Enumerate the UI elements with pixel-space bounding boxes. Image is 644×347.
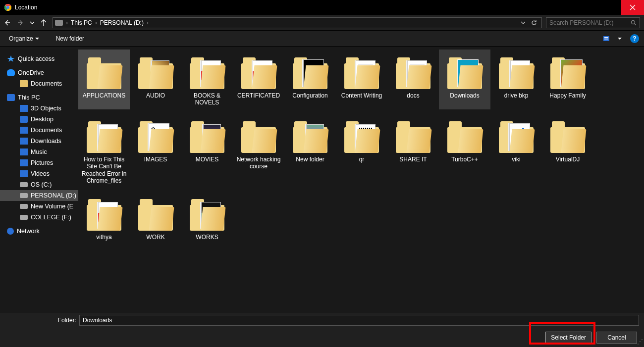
- breadcrumb-drive[interactable]: PERSONAL (D:): [98, 19, 146, 26]
- address-bar[interactable]: › This PC › PERSONAL (D:) ›: [53, 17, 542, 28]
- sidebar-label: OS (C:): [31, 181, 52, 188]
- sidebar-item-downloads[interactable]: Downloads: [0, 136, 78, 147]
- folder-label: Network hacking course: [234, 156, 283, 170]
- folder-item[interactable]: MOVIES: [181, 113, 233, 188]
- folder-name-input[interactable]: [79, 315, 639, 326]
- arrow-left-icon: [3, 19, 10, 26]
- folder-item[interactable]: PDFBOOKS & NOVELS: [181, 50, 233, 109]
- folder-item[interactable]: WORK: [130, 191, 181, 244]
- folder-item[interactable]: Happy Family: [542, 50, 593, 109]
- select-folder-button[interactable]: Select Folder: [545, 332, 591, 344]
- folder-item[interactable]: IMAGES: [130, 113, 181, 188]
- drive-icon: [20, 215, 28, 220]
- up-button[interactable]: [37, 15, 51, 30]
- folder-item[interactable]: Downloads: [439, 50, 490, 109]
- view-icon: [603, 35, 613, 42]
- folder-label: New folder: [296, 156, 324, 163]
- folder-item[interactable]: docs: [387, 50, 439, 109]
- folder-item[interactable]: PDFvithya: [78, 191, 130, 244]
- folder-item[interactable]: TurboC++: [439, 113, 490, 188]
- desktop-icon: [20, 116, 28, 123]
- sidebar-label: PERSONAL (D:): [31, 192, 76, 199]
- sidebar-item-personal-d[interactable]: PERSONAL (D:): [0, 190, 78, 201]
- folder-thumbnail: [445, 51, 484, 91]
- sidebar-label: New Volume (E: [31, 203, 73, 210]
- folder-item[interactable]: APPLICATIONS: [78, 50, 130, 109]
- folder-item[interactable]: Content Writing: [336, 50, 387, 109]
- breadcrumb-this-pc[interactable]: This PC: [69, 19, 94, 26]
- folder-item[interactable]: viki: [490, 113, 542, 188]
- view-dropdown-button[interactable]: [616, 34, 623, 44]
- folder-item[interactable]: SHARE IT: [387, 113, 439, 188]
- back-button[interactable]: [0, 15, 14, 30]
- nav-bar: › This PC › PERSONAL (D:) ›: [0, 15, 644, 31]
- sidebar-item-pictures[interactable]: Pictures: [0, 157, 78, 168]
- sidebar-item-music[interactable]: Music: [0, 147, 78, 157]
- sidebar-item-os-c[interactable]: OS (C:): [0, 179, 78, 190]
- new-folder-button[interactable]: New folder: [52, 33, 88, 44]
- forward-button[interactable]: [14, 15, 28, 30]
- folder-label: Content Writing: [341, 92, 382, 99]
- sidebar-item-new-volume-e[interactable]: New Volume (E: [0, 201, 78, 212]
- folder-thumbnail: [136, 193, 175, 233]
- folder-item[interactable]: VirtualDJ: [542, 113, 593, 188]
- cancel-button[interactable]: Cancel: [596, 332, 637, 344]
- sidebar-item-onedrive[interactable]: OneDrive: [0, 67, 78, 78]
- close-button[interactable]: [621, 0, 644, 15]
- sidebar-item-documents[interactable]: Documents: [0, 125, 78, 136]
- address-history-button[interactable]: [518, 20, 529, 25]
- breadcrumb-separator: ›: [146, 19, 150, 26]
- folder-label: WORKS: [196, 234, 218, 241]
- sidebar-label: This PC: [18, 94, 40, 101]
- drive-icon: [20, 193, 28, 198]
- folder-thumbnail: [342, 51, 381, 91]
- sidebar-item-onedrive-documents[interactable]: Documents: [0, 78, 78, 89]
- sidebar-label: 3D Objects: [31, 105, 61, 112]
- refresh-button[interactable]: [529, 20, 539, 26]
- sidebar-item-college-f[interactable]: COLLEGE (F:): [0, 212, 78, 223]
- folder-thumbnail: [84, 51, 124, 91]
- sidebar-item-quick-access[interactable]: Quick access: [0, 53, 78, 64]
- folder-thumbnail: [342, 115, 381, 155]
- picture-icon: [20, 159, 28, 166]
- sidebar-label: Pictures: [31, 159, 53, 166]
- window-title: Location: [15, 4, 37, 11]
- folder-thumbnail: MP3: [496, 51, 536, 91]
- help-icon: ?: [633, 35, 636, 42]
- sidebar-item-desktop[interactable]: Desktop: [0, 114, 78, 125]
- folder-label: MOVIES: [196, 156, 219, 163]
- folder-thumbnail: [548, 51, 588, 91]
- folder-item[interactable]: MP3drive bkp: [490, 50, 542, 109]
- sidebar: Quick access OneDrive Documents This PC …: [0, 47, 78, 313]
- search-box[interactable]: [546, 17, 640, 28]
- recent-locations-button[interactable]: [28, 15, 37, 30]
- sidebar-item-3d-objects[interactable]: 3D Objects: [0, 103, 78, 114]
- arrow-up-icon: [40, 19, 47, 26]
- search-input[interactable]: [549, 19, 631, 26]
- star-icon: [7, 55, 15, 62]
- cancel-label: Cancel: [607, 334, 626, 341]
- folder-item[interactable]: PDFCERTIFICATED: [233, 50, 284, 109]
- folder-label: qr: [359, 156, 365, 163]
- toolbar: Organize New folder ?: [0, 31, 644, 47]
- sidebar-item-videos[interactable]: Videos: [0, 168, 78, 179]
- folder-item[interactable]: qr: [336, 113, 387, 188]
- folder-item[interactable]: Network hacking course: [233, 113, 284, 188]
- resize-grip-icon[interactable]: ⋰: [637, 340, 643, 346]
- folder-item[interactable]: How to Fix This Site Can't Be Reached Er…: [78, 113, 130, 188]
- folder-item[interactable]: New folder: [284, 113, 336, 188]
- organize-label: Organize: [9, 35, 33, 42]
- folder-item[interactable]: Configuration: [284, 50, 336, 109]
- svg-point-3: [632, 20, 635, 24]
- sidebar-item-network[interactable]: Network: [0, 226, 78, 237]
- document-icon: [20, 127, 28, 134]
- help-button[interactable]: ?: [630, 34, 639, 43]
- sidebar-item-this-pc[interactable]: This PC: [0, 92, 78, 103]
- view-options-button[interactable]: [602, 34, 614, 44]
- folder-item[interactable]: AUDIO: [130, 50, 181, 109]
- folder-content[interactable]: APPLICATIONSAUDIOPDFBOOKS & NOVELSPDFCER…: [78, 47, 644, 313]
- sidebar-label: Downloads: [31, 138, 61, 145]
- organize-button[interactable]: Organize: [5, 33, 43, 44]
- sidebar-label: Documents: [31, 127, 62, 134]
- folder-item[interactable]: WORKS: [181, 191, 233, 244]
